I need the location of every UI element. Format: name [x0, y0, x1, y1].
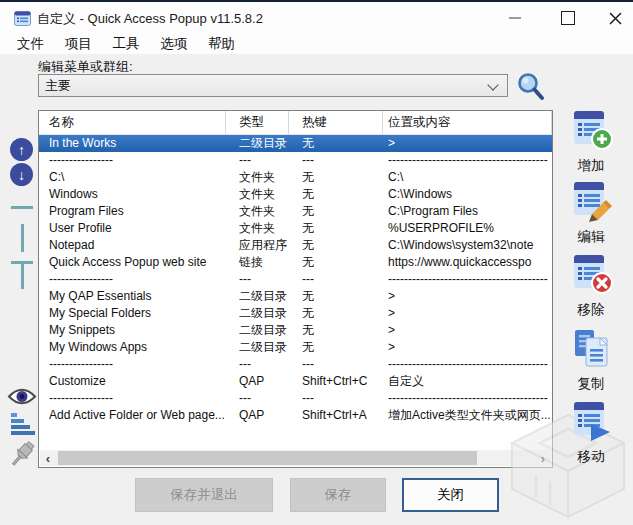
cell-location: >: [383, 322, 552, 339]
quick-access-popup-window: { "window": { "title": "自定义 - Quick Acce…: [0, 0, 633, 525]
move-icon: [569, 399, 613, 443]
cell-type: 文件夹: [226, 203, 289, 220]
edit-icon: [569, 179, 613, 223]
cell-type: QAP: [226, 407, 289, 424]
maximize-button[interactable]: [551, 6, 585, 30]
menu-item-file[interactable]: 文件: [16, 33, 45, 55]
save-and-exit-button[interactable]: 保存并退出: [135, 478, 273, 512]
table-row-separator[interactable]: ----------------------------------------…: [39, 152, 552, 169]
cell-type: 二级目录: [226, 322, 289, 339]
chevron-down-icon: [487, 79, 498, 90]
cell-type: ---: [226, 356, 289, 373]
scroll-left-icon[interactable]: ‹: [40, 450, 56, 466]
table-row-notepad[interactable]: Notepad应用程序无C:\Windows\system32\note: [39, 237, 552, 254]
move-button[interactable]: 移动: [556, 399, 626, 466]
table-row-separator[interactable]: ----------------------------------------…: [39, 390, 552, 407]
table-row-customize[interactable]: CustomizeQAPShift+Ctrl+C自定义: [39, 373, 552, 390]
cell-name: ----------------: [39, 356, 226, 373]
table-row-windows[interactable]: Windows文件夹无C:\Windows: [39, 186, 552, 203]
add-button[interactable]: 增加: [556, 108, 626, 175]
cell-name: Program Files: [39, 203, 226, 220]
search-button[interactable]: [515, 71, 547, 103]
cell-hotkey: 无: [289, 135, 383, 152]
table-row-my-windows-apps[interactable]: My Windows Apps二级目录无>: [39, 339, 552, 356]
copy-button[interactable]: 复制: [556, 326, 626, 393]
table-row-separator[interactable]: ----------------------------------------…: [39, 356, 552, 373]
cell-hotkey: 无: [289, 305, 383, 322]
table-row-add-active-folder[interactable]: Add Active Folder or Web page...QAPShift…: [39, 407, 552, 424]
remove-button[interactable]: 移除: [556, 252, 626, 319]
close-dialog-button[interactable]: 关闭: [402, 478, 499, 512]
menu-item-tools[interactable]: 工具: [112, 33, 141, 55]
cell-location: %USERPROFILE%: [383, 220, 552, 237]
cell-location: >: [383, 339, 552, 356]
arrow-up-icon: ↑: [18, 142, 25, 158]
cell-type: 二级目录: [226, 288, 289, 305]
column-header-name[interactable]: 名称: [39, 111, 226, 134]
add-icon: [569, 108, 613, 152]
table-body: In the Works二级目录无> ---------------------…: [39, 135, 552, 424]
separator-line-tool-icon[interactable]: [11, 206, 33, 209]
sort-button[interactable]: [9, 412, 35, 441]
save-button[interactable]: 保存: [290, 478, 386, 512]
menu-group-dropdown[interactable]: 主要: [38, 74, 508, 97]
cell-hotkey: 无: [289, 322, 383, 339]
cell-location: C:\Windows\system32\note: [383, 237, 552, 254]
cell-name: User Profile: [39, 220, 226, 237]
cell-hotkey: 无: [289, 237, 383, 254]
copy-button-label: 复制: [556, 375, 626, 393]
close-button[interactable]: [598, 6, 632, 30]
table-row-qap-website[interactable]: Quick Access Popup web site链接无https://ww…: [39, 254, 552, 271]
move-up-button[interactable]: ↑: [10, 138, 33, 161]
column-break-tool-icon[interactable]: [21, 224, 24, 252]
close-icon: [609, 12, 622, 25]
cell-location: >: [383, 288, 552, 305]
show-hide-button[interactable]: [7, 386, 37, 411]
horizontal-scrollbar-thumb[interactable]: [58, 451, 477, 465]
minimize-button[interactable]: [498, 6, 532, 30]
table-row-user-profile[interactable]: User Profile文件夹无%USERPROFILE%: [39, 220, 552, 237]
column-header-type[interactable]: 类型: [226, 111, 289, 134]
arrow-down-icon: ↓: [18, 167, 25, 183]
remove-icon: [569, 252, 613, 296]
scroll-right-icon[interactable]: ›: [535, 450, 551, 466]
cell-name: C:\: [39, 169, 226, 186]
table-row-my-snippets[interactable]: My Snippets二级目录无>: [39, 322, 552, 339]
cell-name: ----------------: [39, 271, 226, 288]
cell-hotkey: ---: [289, 390, 383, 407]
edit-button[interactable]: 编辑: [556, 179, 626, 246]
cell-type: ---: [226, 390, 289, 407]
table-row-my-special-folders[interactable]: My Special Folders二级目录无>: [39, 305, 552, 322]
menu-separator-tool-icon[interactable]: [11, 261, 33, 289]
table-row-c-drive[interactable]: C:\文件夹无C:\: [39, 169, 552, 186]
cell-name: In the Works: [39, 135, 226, 152]
cell-type: QAP: [226, 373, 289, 390]
items-table: 名称 类型 热键 位置或内容 In the Works二级目录无> ------…: [38, 110, 553, 468]
eye-icon: [7, 386, 37, 407]
cell-hotkey: ---: [289, 356, 383, 373]
table-row-in-the-works[interactable]: In the Works二级目录无>: [39, 135, 552, 152]
column-header-location[interactable]: 位置或内容: [383, 111, 552, 134]
cell-type: ---: [226, 271, 289, 288]
menu-item-items[interactable]: 项目: [64, 33, 93, 55]
cell-type: 二级目录: [226, 135, 289, 152]
pin-button[interactable]: [8, 440, 38, 476]
column-header-hotkey[interactable]: 热键: [289, 111, 383, 134]
table-row-my-qap-essentials[interactable]: My QAP Essentials二级目录无>: [39, 288, 552, 305]
table-row-separator[interactable]: ----------------------------------------…: [39, 271, 552, 288]
cell-location: 自定义: [383, 373, 552, 390]
cell-location: 增加Active类型文件夹或网页...: [383, 407, 552, 424]
cell-location: ----------------------------------------: [383, 356, 552, 373]
horizontal-scrollbar[interactable]: ‹ ›: [40, 450, 551, 466]
copy-icon: [569, 326, 613, 370]
cell-name: Customize: [39, 373, 226, 390]
app-icon: [14, 11, 31, 30]
cell-type: 文件夹: [226, 186, 289, 203]
cell-type: 应用程序: [226, 237, 289, 254]
menu-bar: 文件 项目 工具 选项 帮助: [0, 33, 633, 54]
menu-item-options[interactable]: 选项: [159, 33, 188, 55]
menu-item-help[interactable]: 帮助: [207, 33, 236, 55]
table-row-program-files[interactable]: Program Files文件夹无C:\Program Files: [39, 203, 552, 220]
move-down-button[interactable]: ↓: [10, 163, 33, 186]
cell-location: >: [383, 135, 552, 152]
